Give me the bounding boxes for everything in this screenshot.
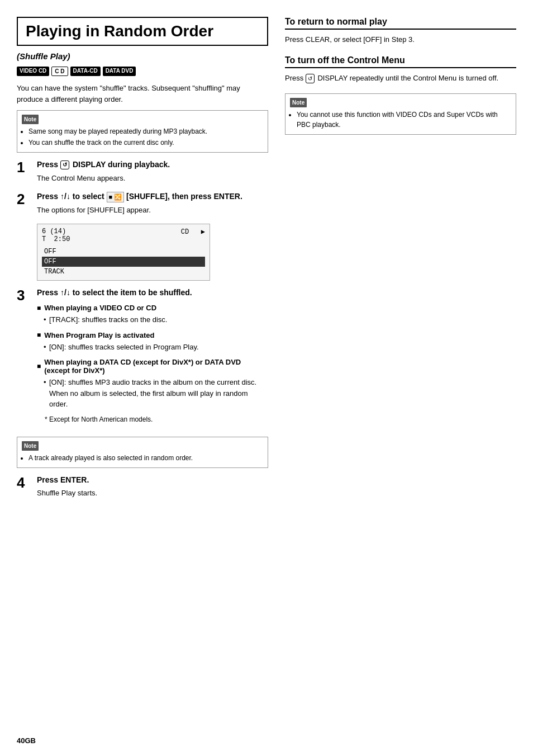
note-list-2: A track already played is also selected … (22, 453, 263, 463)
badge-videocd: VIDEO CD (17, 67, 49, 76)
bullet-list-datacd: [ON]: shuffles MP3 audio tracks in the a… (37, 377, 268, 410)
step-2-title: Press ↑/↓ to select ■ 🔀 [SHUFFLE], then … (37, 191, 268, 202)
step-4: 4 Press ENTER. Shuffle Play starts. (17, 475, 268, 499)
subtitle: (Shuffle Play) (17, 51, 268, 61)
page-footer: 40GB (17, 736, 36, 745)
shuffle-icon-block: ■ 🔀 (107, 192, 125, 202)
screen-menu-track: TRACK (42, 267, 205, 277)
right-note-box: Note You cannot use this function with V… (285, 93, 516, 135)
note-item-2: A track already played is also selected … (28, 453, 263, 463)
right-note-item: You cannot use this function with VIDEO … (297, 110, 511, 130)
step-2-body: The options for [SHUFFLE] appear. (37, 205, 268, 216)
disc-badges: VIDEO CD C D DATA-CD DATA DVD (17, 67, 268, 76)
step-1-body: The Control Menu appears. (37, 173, 268, 184)
note-box-1: Note Same song may be played repeatedly … (17, 110, 268, 153)
display-icon-2: ↺ (306, 74, 315, 83)
screen-menu-off2: OFF (42, 257, 205, 267)
note-item: Same song may be played repeatedly durin… (28, 126, 263, 136)
screen-menu: OFF OFF TRACK (42, 247, 205, 277)
right-section-1-title: To return to normal play (285, 17, 516, 30)
bullet-item: [ON]: shuffles tracks selected in Progra… (45, 342, 268, 353)
right-section-1: To return to normal play Press CLEAR, or… (285, 17, 516, 45)
right-section-1-body: Press CLEAR, or select [OFF] in Step 3. (285, 34, 516, 45)
step-2-content: Press ↑/↓ to select ■ 🔀 [SHUFFLE], then … (37, 191, 268, 215)
bullet-list-videocd: [TRACK]: shuffles tracks on the disc. (37, 314, 268, 325)
right-note-label: Note (290, 98, 307, 107)
badge-cd: C D (51, 67, 68, 76)
sub-header-datacd: When playing a DATA CD (except for DivX*… (37, 358, 268, 375)
screen-display: 6 (14)T 2:50 CD ▶ OFF OFF TRACK (37, 224, 210, 281)
step-2: 2 Press ↑/↓ to select ■ 🔀 [SHUFFLE], the… (17, 191, 268, 215)
sub-header-videocd: When playing a VIDEO CD or CD (37, 304, 268, 312)
right-section-2-body: Press ↺ DISPLAY repeatedly until the Con… (285, 73, 516, 84)
right-section-2: To turn off the Control Menu Press ↺ DIS… (285, 55, 516, 84)
step-1-title: Press ↺ DISPLAY during playback. (37, 159, 268, 171)
step-3-content: Press ↑/↓ to select the item to be shuff… (37, 287, 268, 429)
step-3: 3 Press ↑/↓ to select the item to be shu… (17, 287, 268, 429)
right-section-2-title: To turn off the Control Menu (285, 55, 516, 68)
asterisk-note: * Except for North American models. (45, 414, 268, 424)
intro-text: You can have the system "shuffle" tracks… (17, 83, 268, 105)
note-label-1: Note (22, 115, 39, 124)
screen-menu-off1: OFF (42, 247, 205, 257)
step-num-4: 4 (17, 475, 31, 491)
sub-header-programplay: When Program Play is activated (37, 331, 268, 339)
step-3-title: Press ↑/↓ to select the item to be shuff… (37, 287, 268, 299)
display-icon-1: ↺ (60, 160, 69, 169)
left-column: Playing in Random Order (Shuffle Play) V… (17, 17, 268, 739)
step-1-content: Press ↺ DISPLAY during playback. The Con… (37, 159, 268, 183)
badge-datacd: DATA-CD (70, 67, 101, 76)
note-item: You can shuffle the track on the current… (28, 138, 263, 148)
page-title: Playing in Random Order (17, 17, 268, 46)
note-list-1: Same song may be played repeatedly durin… (22, 126, 263, 148)
bullet-item: [ON]: shuffles MP3 audio tracks in the a… (45, 377, 268, 410)
step-4-content: Press ENTER. Shuffle Play starts. (37, 475, 268, 499)
screen-row1-right: CD ▶ (181, 228, 205, 243)
step-num-2: 2 (17, 191, 31, 207)
right-note-list: You cannot use this function with VIDEO … (290, 110, 511, 130)
step-num-3: 3 (17, 287, 31, 304)
step-1: 1 Press ↺ DISPLAY during playback. The C… (17, 159, 268, 183)
badge-datadvd: DATA DVD (103, 67, 136, 76)
bullet-list-programplay: [ON]: shuffles tracks selected in Progra… (37, 342, 268, 353)
note-box-2: Note A track already played is also sele… (17, 437, 268, 468)
screen-row1-left: 6 (14)T 2:50 (42, 228, 70, 243)
bullet-item: [TRACK]: shuffles tracks on the disc. (45, 314, 268, 325)
right-column: To return to normal play Press CLEAR, or… (285, 17, 516, 739)
step-4-title: Press ENTER. (37, 475, 268, 486)
note-label-2: Note (22, 441, 39, 451)
step-4-body: Shuffle Play starts. (37, 488, 268, 499)
step-num-1: 1 (17, 159, 31, 176)
